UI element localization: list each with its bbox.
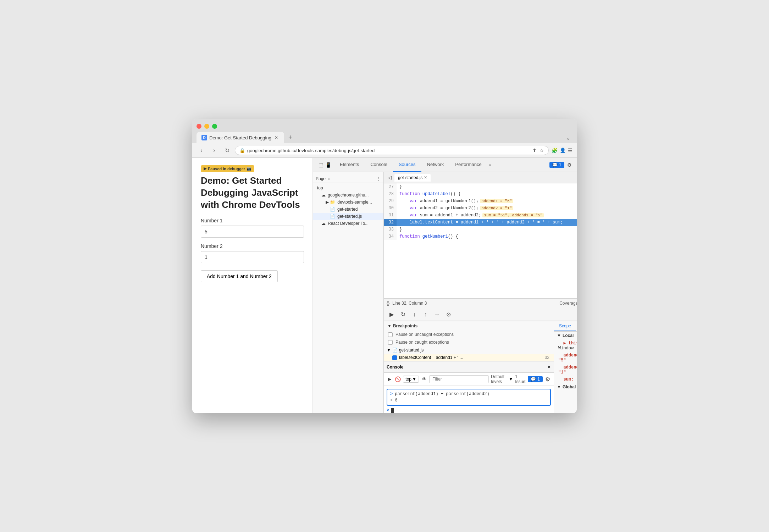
more-sources-icon[interactable]: » xyxy=(328,177,330,181)
more-options-button[interactable]: ⋮ xyxy=(575,161,577,169)
code-line-29: 29 var addend1 = getNumber1();addend1 = … xyxy=(384,198,577,205)
pause-caught-checkbox[interactable] xyxy=(388,340,393,345)
file-tree-folder[interactable]: ▶ 📁 devtools-sample... xyxy=(313,199,383,206)
scope-panel: Scope Watch ▼ Local ▶ xyxy=(554,321,577,413)
code-tab-close[interactable]: ✕ xyxy=(424,175,427,180)
step-button[interactable]: → xyxy=(432,310,442,320)
minimize-button[interactable] xyxy=(204,124,209,129)
maximize-button[interactable] xyxy=(212,124,217,129)
profile-icon[interactable]: 👤 xyxy=(560,148,566,153)
inspect-icon[interactable]: ⬚ xyxy=(319,162,323,168)
console-filter-input[interactable] xyxy=(429,375,489,383)
file-tree-more-icon[interactable]: ⋮ xyxy=(376,176,381,181)
tab-console[interactable]: Console xyxy=(365,158,393,172)
pause-uncaught-item[interactable]: Pause on uncaught exceptions xyxy=(384,331,554,338)
tab-elements[interactable]: Elements xyxy=(334,158,365,172)
sum-key: sum: xyxy=(563,377,574,382)
account-icon[interactable]: ☰ xyxy=(568,148,572,153)
forward-button[interactable]: › xyxy=(209,145,219,155)
number2-label: Number 2 xyxy=(201,243,304,249)
tab-bar: D Demo: Get Started Debugging ✕ + ⌄ xyxy=(197,132,572,143)
react-label: React Developer To... xyxy=(328,221,369,226)
settings-button[interactable]: ⚙ xyxy=(564,161,575,169)
console-cursor xyxy=(391,408,394,413)
prev-file-icon[interactable]: ◁ xyxy=(387,173,393,182)
coverage-label: Coverage: n/a xyxy=(559,301,577,306)
active-tab[interactable]: D Demo: Get Started Debugging ✕ xyxy=(197,132,284,143)
devtools-tabs: ⬚ 📱 Elements Console Sources Network Per… xyxy=(313,158,577,172)
code-tab-label: get-started.js xyxy=(398,175,422,180)
step-into-button[interactable]: ↓ xyxy=(409,310,419,320)
scope-tab[interactable]: Scope xyxy=(554,321,576,331)
traffic-lights xyxy=(197,122,572,129)
bp-entry[interactable]: label.textContent = addend1 + ' … 32 xyxy=(384,354,554,361)
addend1-key: addend1: xyxy=(563,353,577,358)
code-tab[interactable]: get-started.js ✕ xyxy=(394,174,431,182)
run-icon[interactable]: ▶ xyxy=(387,374,393,384)
close-button[interactable] xyxy=(197,124,201,129)
file-tree-react[interactable]: ☁ React Developer To... xyxy=(313,220,383,227)
code-line-28: 28 function updateLabel() { xyxy=(384,190,577,198)
number2-input[interactable] xyxy=(201,251,304,263)
browser-chrome: D Demo: Get Started Debugging ✕ + ⌄ xyxy=(192,119,577,143)
cloud-icon-2: ☁ xyxy=(321,221,326,226)
watch-tab[interactable]: Watch xyxy=(576,321,577,331)
step-out-button[interactable]: ↑ xyxy=(421,310,431,320)
console-settings-button[interactable]: ⚙ xyxy=(545,374,551,384)
step-over-button[interactable]: ↻ xyxy=(398,310,408,320)
resume-button[interactable]: ▶ xyxy=(387,310,397,320)
console-prompt: > xyxy=(390,392,393,397)
cloud-icon: ☁ xyxy=(321,193,326,198)
file-tree-html[interactable]: 📄 get-started xyxy=(313,206,383,213)
camera-icon: 📷 xyxy=(247,166,251,171)
file-tree-js[interactable]: 📄 get-started.js xyxy=(313,213,383,220)
scope-sum: sum: "51" xyxy=(554,376,577,383)
code-line-30: 30 var addend2 = getNumber2();addend2 = … xyxy=(384,205,577,212)
tab-menu-icon[interactable]: ⌄ xyxy=(564,132,572,143)
breakpoints-header[interactable]: ▼ Breakpoints xyxy=(384,321,554,331)
pause-uncaught-checkbox[interactable] xyxy=(388,332,393,337)
browser-window: D Demo: Get Started Debugging ✕ + ⌄ ‹ › … xyxy=(192,119,577,413)
bp-checkbox[interactable] xyxy=(392,355,397,360)
bookmark-icon[interactable]: ☆ xyxy=(540,148,544,153)
code-content: 27 } 28 function updateLabel() { 29 var … xyxy=(384,183,577,298)
dropdown-arrow: ▼ xyxy=(412,377,416,382)
back-button[interactable]: ‹ xyxy=(197,145,206,155)
console-arrow: < xyxy=(390,398,393,403)
console-input-line[interactable]: > xyxy=(387,407,551,413)
file-tree-domain[interactable]: ☁ googlechrome.githu... xyxy=(313,192,383,199)
tab-sources[interactable]: Sources xyxy=(393,158,421,172)
browser-controls: ‹ › ↻ 🔒 googlechrome.github.io/devtools-… xyxy=(192,143,577,158)
top-selector[interactable]: top ▼ xyxy=(403,376,419,383)
extensions-icon[interactable]: 🧩 xyxy=(552,148,558,153)
number1-input[interactable] xyxy=(201,226,304,238)
console-command: parseInt(addend1) + parseInt(addend2) xyxy=(395,392,489,397)
share-icon[interactable]: ⬆ xyxy=(532,148,537,153)
code-editor: ◁ get-started.js ✕ 27 } xyxy=(384,172,577,413)
pause-caught-item[interactable]: Pause on caught exceptions xyxy=(384,338,554,346)
reload-button[interactable]: ↻ xyxy=(222,145,232,155)
deactivate-bp-button[interactable]: ⊘ xyxy=(443,310,453,320)
tab-performance[interactable]: Performance xyxy=(449,158,487,172)
add-button[interactable]: Add Number 1 and Number 2 xyxy=(201,270,278,282)
pause-uncaught-label: Pause on uncaught exceptions xyxy=(395,332,454,337)
tab-network[interactable]: Network xyxy=(421,158,450,172)
addend1-val: "5" xyxy=(558,358,566,363)
tab-favicon: D xyxy=(201,135,207,140)
eye-icon[interactable]: 👁 xyxy=(421,374,427,384)
number1-label: Number 1 xyxy=(201,218,304,223)
file-tree-top[interactable]: top xyxy=(313,184,383,192)
more-tabs-icon[interactable]: » xyxy=(487,162,493,167)
webpage-panel: ▶ Paused in debugger 📷 Demo: Get Started… xyxy=(192,158,313,413)
close-console-button[interactable]: ✕ xyxy=(547,365,551,370)
address-bar[interactable]: 🔒 googlechrome.github.io/devtools-sample… xyxy=(235,146,549,155)
default-levels-label: Default levels xyxy=(491,374,507,384)
clear-console-icon[interactable]: 🚫 xyxy=(395,374,401,384)
line-column: Line 32, Column 3 xyxy=(392,301,427,306)
js-file-label: get-started.js xyxy=(337,214,362,219)
console-input-prompt: > xyxy=(387,408,389,413)
global-label: Global xyxy=(563,384,576,389)
new-tab-button[interactable]: + xyxy=(285,132,296,143)
device-icon[interactable]: 📱 xyxy=(325,162,331,168)
tab-close-button[interactable]: ✕ xyxy=(273,135,279,140)
